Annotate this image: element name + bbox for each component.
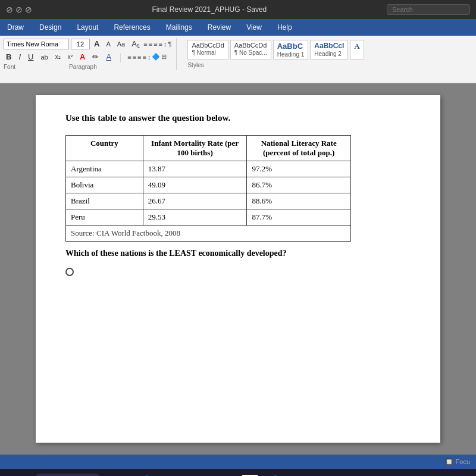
cell-country-3: Peru bbox=[66, 209, 143, 226]
font-grow-button[interactable]: A bbox=[92, 38, 102, 49]
table-row: Argentina 13.87 97.2% bbox=[66, 161, 351, 177]
style-nospacing-label[interactable]: ¶ No Spac... bbox=[234, 49, 267, 56]
cell-literacy-2: 88.6% bbox=[247, 193, 351, 209]
apps-grid-icon[interactable]: ⊞ bbox=[215, 474, 234, 476]
table-row: Peru 29.53 87.7% bbox=[66, 209, 351, 226]
menu-help[interactable]: Help bbox=[275, 22, 295, 33]
start-button[interactable]: ⊞ bbox=[6, 474, 25, 476]
font-color-button[interactable]: A bbox=[104, 51, 114, 62]
menu-design[interactable]: Design bbox=[37, 22, 64, 33]
font-section-label: Font bbox=[4, 64, 15, 70]
superscript-button[interactable]: x² bbox=[65, 52, 75, 61]
col-country: Country bbox=[66, 136, 143, 161]
border-icon: ⊞ bbox=[161, 53, 167, 61]
style-h1-label[interactable]: Heading 1 bbox=[277, 51, 305, 58]
styles-panel: AaBbCcDd ¶ Normal AaBbCcDd ¶ No Spac... … bbox=[184, 40, 367, 60]
sort-icon: ↕ bbox=[164, 40, 167, 48]
style-nospacing-preview: AaBbCcDd bbox=[234, 42, 267, 49]
list-icon: ≡ bbox=[143, 40, 147, 48]
document-page: Use this table to answer the question be… bbox=[36, 95, 440, 443]
taskbar-search[interactable]: 🔍 re to search bbox=[32, 474, 104, 476]
clear-format-button[interactable]: Ap bbox=[129, 38, 142, 49]
source-row: Source: CIA World Factbook, 2008 bbox=[66, 226, 351, 242]
title-bar: ⊘ ⊘ ⊘ Final Review 2021_APHUG - Saved bbox=[0, 0, 476, 19]
strikethrough-button[interactable]: ab bbox=[38, 52, 50, 62]
window-controls: ⊘ ⊘ ⊘ bbox=[6, 5, 32, 14]
search-input[interactable] bbox=[387, 4, 470, 15]
style-more: A bbox=[354, 42, 359, 51]
question-text: Which of these nations is the LEAST econ… bbox=[65, 249, 411, 258]
align-center-icon: ≡ bbox=[133, 54, 136, 61]
cell-mortality-2: 26.67 bbox=[143, 193, 247, 209]
data-table: Country Infant Mortality Rate (per 100 b… bbox=[65, 135, 351, 242]
pilcrow-icon: ¶ bbox=[168, 40, 172, 48]
style-normal-label[interactable]: ¶ Normal bbox=[192, 49, 215, 56]
cell-literacy-0: 97.2% bbox=[247, 161, 351, 177]
font-size-input[interactable] bbox=[71, 39, 90, 49]
instruction-text: Use this table to answer the question be… bbox=[65, 113, 411, 123]
document-title: Final Review 2021_APHUG - Saved bbox=[44, 5, 375, 14]
subscript-button[interactable]: x₂ bbox=[53, 52, 63, 61]
ribbon: A A Aa Ap ≡ ≡ ≡ ≡ ↕ ¶ B I U ab x₂ x² bbox=[0, 36, 476, 83]
style-h2-preview: AaBbCcI bbox=[314, 42, 344, 50]
font-name-input[interactable] bbox=[4, 39, 69, 49]
document-area: Use this table to answer the question be… bbox=[0, 83, 476, 455]
bold-button[interactable]: B bbox=[4, 51, 14, 62]
chrome-icon[interactable]: 🌐 bbox=[265, 474, 284, 476]
focus-indicator: 🔲 Focu bbox=[445, 458, 470, 466]
menu-bar: Draw Design Layout References Mailings R… bbox=[0, 19, 476, 36]
style-h2-label[interactable]: Heading 2 bbox=[314, 51, 342, 57]
paragraph-section-label: Paragraph bbox=[69, 64, 97, 70]
menu-review[interactable]: Review bbox=[205, 22, 233, 33]
italic-button[interactable]: I bbox=[16, 51, 23, 62]
col-literacy-rate: National Literacy Rate (percent of total… bbox=[247, 136, 351, 161]
cell-country-2: Brazil bbox=[66, 193, 143, 209]
cell-country-0: Argentina bbox=[66, 161, 143, 177]
cell-literacy-3: 87.7% bbox=[247, 209, 351, 226]
status-bar: 🔲 Focu bbox=[0, 455, 476, 469]
table-row: Bolivia 49.09 86.7% bbox=[66, 177, 351, 193]
apps-icon[interactable]: ⠿ bbox=[292, 474, 311, 476]
justify-icon: ≡ bbox=[143, 54, 146, 61]
mail-icon[interactable]: ✉ bbox=[189, 474, 208, 476]
taskbar: ⊞ 🔍 re to search ⊡ 🌐 📁 ✉ ⊞ W 🌐 ⠿ 🔊 🌐 bbox=[0, 469, 476, 476]
menu-view[interactable]: View bbox=[244, 22, 264, 33]
align-right-icon: ≡ bbox=[137, 54, 141, 61]
font-shrink-button[interactable]: A bbox=[104, 39, 112, 49]
table-row: Brazil 26.67 88.6% bbox=[66, 193, 351, 209]
outdent-icon: ≡ bbox=[154, 40, 157, 48]
line-spacing-icon: ↕ bbox=[148, 54, 151, 61]
style-h1-preview: AaBbC bbox=[277, 42, 303, 51]
highlight-button[interactable]: ✏ bbox=[90, 51, 101, 62]
cell-country-1: Bolivia bbox=[66, 177, 143, 193]
source-text: Source: CIA World Factbook, 2008 bbox=[66, 226, 351, 242]
style-aabbccdd: AaBbCcDd bbox=[192, 42, 224, 49]
task-view-button[interactable]: ⊡ bbox=[111, 474, 130, 476]
styles-section-label: Styles bbox=[184, 62, 367, 68]
radio-button-1[interactable] bbox=[65, 268, 74, 276]
col-infant-mortality: Infant Mortality Rate (per 100 births) bbox=[143, 136, 247, 161]
shading-icon: 🔷 bbox=[152, 53, 160, 61]
indent-icon: ≡ bbox=[149, 40, 152, 48]
answer-area bbox=[65, 268, 411, 278]
menu-draw[interactable]: Draw bbox=[5, 22, 26, 33]
menu-mailings[interactable]: Mailings bbox=[164, 22, 195, 33]
cell-mortality-1: 49.09 bbox=[143, 177, 247, 193]
menu-layout[interactable]: Layout bbox=[74, 22, 101, 33]
text-color-button[interactable]: A bbox=[77, 51, 87, 62]
cell-literacy-1: 86.7% bbox=[247, 177, 351, 193]
align-left-icon: ≡ bbox=[127, 54, 131, 61]
edge-icon[interactable]: 🌐 bbox=[137, 474, 156, 476]
underline-button[interactable]: U bbox=[26, 51, 36, 62]
change-case-button[interactable]: Aa bbox=[115, 39, 127, 49]
menu-references[interactable]: References bbox=[111, 22, 152, 33]
cell-mortality-3: 29.53 bbox=[143, 209, 247, 226]
file-explorer-icon[interactable]: 📁 bbox=[163, 474, 182, 476]
cell-mortality-0: 13.87 bbox=[143, 161, 247, 177]
align-icon: ≡ bbox=[159, 40, 162, 48]
